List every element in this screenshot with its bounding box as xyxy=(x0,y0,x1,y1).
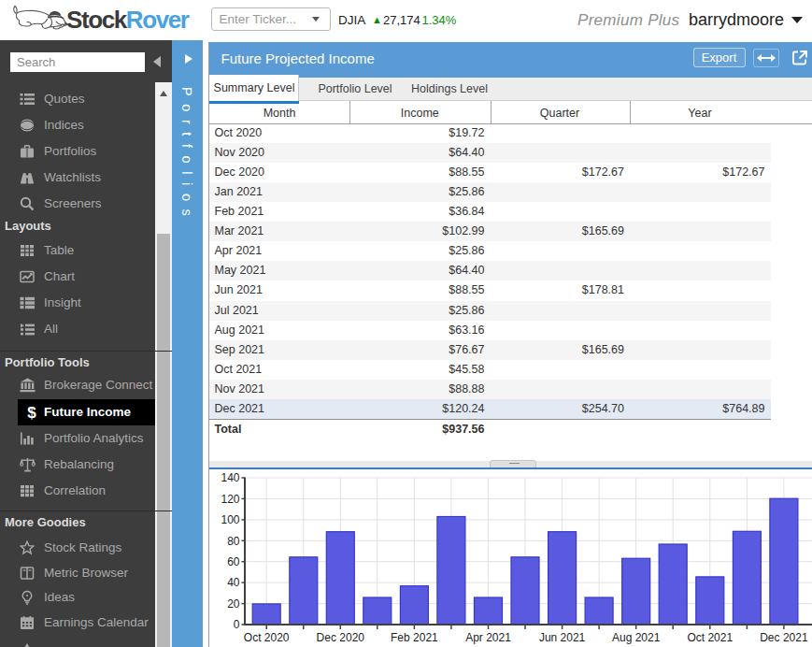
svg-text:Oct 2021: Oct 2021 xyxy=(687,631,733,644)
svg-text:Apr 2021: Apr 2021 xyxy=(465,631,511,644)
svg-text:Feb 2021: Feb 2021 xyxy=(391,631,438,644)
svg-text:Oct 2020: Oct 2020 xyxy=(244,631,290,644)
svg-text:100: 100 xyxy=(221,513,239,526)
svg-text:140: 140 xyxy=(221,471,239,484)
svg-text:Dec 2021: Dec 2021 xyxy=(760,631,808,644)
svg-text:20: 20 xyxy=(227,597,240,611)
svg-text:80: 80 xyxy=(227,535,240,548)
svg-text:Jun 2021: Jun 2021 xyxy=(539,631,586,644)
svg-text:60: 60 xyxy=(227,555,240,568)
svg-text:120: 120 xyxy=(221,493,239,506)
svg-text:$: $ xyxy=(27,405,36,420)
svg-text:40: 40 xyxy=(227,576,240,589)
svg-text:Aug 2021: Aug 2021 xyxy=(612,631,661,644)
svg-text:0: 0 xyxy=(234,618,240,631)
svg-text:Dec 2020: Dec 2020 xyxy=(317,631,365,644)
